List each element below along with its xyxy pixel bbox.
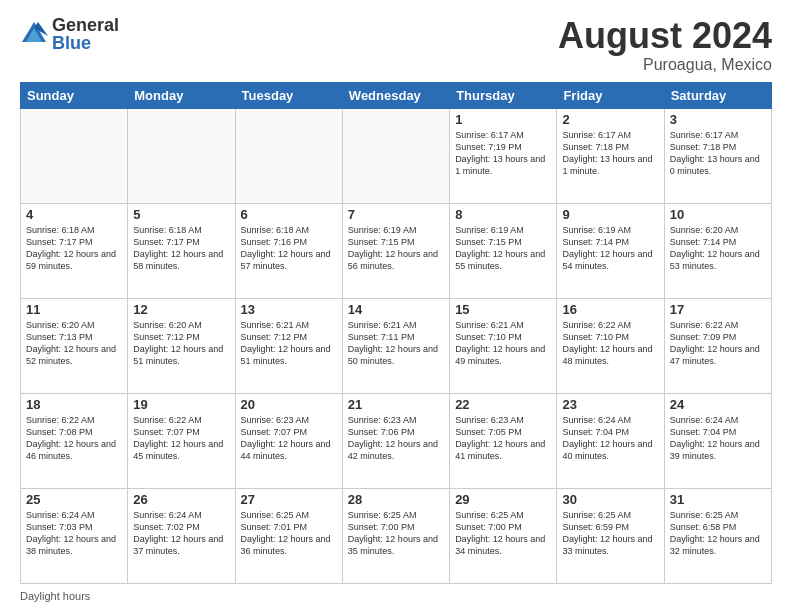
- calendar-cell-w3d5: 15Sunrise: 6:21 AMSunset: 7:10 PMDayligh…: [450, 298, 557, 393]
- day-info: Sunrise: 6:23 AMSunset: 7:05 PMDaylight:…: [455, 414, 551, 463]
- logo: General Blue: [20, 16, 119, 52]
- calendar-cell-w3d4: 14Sunrise: 6:21 AMSunset: 7:11 PMDayligh…: [342, 298, 449, 393]
- header-wednesday: Wednesday: [342, 82, 449, 108]
- calendar-cell-w2d7: 10Sunrise: 6:20 AMSunset: 7:14 PMDayligh…: [664, 203, 771, 298]
- calendar-cell-w4d5: 22Sunrise: 6:23 AMSunset: 7:05 PMDayligh…: [450, 393, 557, 488]
- day-info: Sunrise: 6:19 AMSunset: 7:15 PMDaylight:…: [455, 224, 551, 273]
- day-info: Sunrise: 6:25 AMSunset: 7:00 PMDaylight:…: [455, 509, 551, 558]
- title-block: August 2024 Puroagua, Mexico: [558, 16, 772, 74]
- day-number: 13: [241, 302, 337, 317]
- calendar-week-2: 4Sunrise: 6:18 AMSunset: 7:17 PMDaylight…: [21, 203, 772, 298]
- day-number: 31: [670, 492, 766, 507]
- day-info: Sunrise: 6:21 AMSunset: 7:11 PMDaylight:…: [348, 319, 444, 368]
- day-number: 17: [670, 302, 766, 317]
- day-number: 1: [455, 112, 551, 127]
- location-subtitle: Puroagua, Mexico: [558, 56, 772, 74]
- day-number: 2: [562, 112, 658, 127]
- day-number: 10: [670, 207, 766, 222]
- day-number: 30: [562, 492, 658, 507]
- day-info: Sunrise: 6:18 AMSunset: 7:17 PMDaylight:…: [26, 224, 122, 273]
- logo-general-text: General: [52, 16, 119, 34]
- calendar-cell-w5d6: 30Sunrise: 6:25 AMSunset: 6:59 PMDayligh…: [557, 488, 664, 583]
- footer-daylight: Daylight hours: [20, 590, 772, 602]
- calendar-cell-w2d2: 5Sunrise: 6:18 AMSunset: 7:17 PMDaylight…: [128, 203, 235, 298]
- day-number: 23: [562, 397, 658, 412]
- calendar-cell-w4d1: 18Sunrise: 6:22 AMSunset: 7:08 PMDayligh…: [21, 393, 128, 488]
- month-year-title: August 2024: [558, 16, 772, 56]
- logo-icon: [20, 20, 48, 48]
- calendar-week-5: 25Sunrise: 6:24 AMSunset: 7:03 PMDayligh…: [21, 488, 772, 583]
- day-info: Sunrise: 6:17 AMSunset: 7:18 PMDaylight:…: [670, 129, 766, 178]
- calendar-cell-w3d1: 11Sunrise: 6:20 AMSunset: 7:13 PMDayligh…: [21, 298, 128, 393]
- calendar-cell-w2d4: 7Sunrise: 6:19 AMSunset: 7:15 PMDaylight…: [342, 203, 449, 298]
- calendar-cell-w2d1: 4Sunrise: 6:18 AMSunset: 7:17 PMDaylight…: [21, 203, 128, 298]
- day-info: Sunrise: 6:25 AMSunset: 7:00 PMDaylight:…: [348, 509, 444, 558]
- day-number: 11: [26, 302, 122, 317]
- day-info: Sunrise: 6:19 AMSunset: 7:15 PMDaylight:…: [348, 224, 444, 273]
- day-info: Sunrise: 6:22 AMSunset: 7:09 PMDaylight:…: [670, 319, 766, 368]
- day-info: Sunrise: 6:17 AMSunset: 7:19 PMDaylight:…: [455, 129, 551, 178]
- calendar-cell-w1d1: [21, 108, 128, 203]
- header-tuesday: Tuesday: [235, 82, 342, 108]
- calendar-cell-w5d5: 29Sunrise: 6:25 AMSunset: 7:00 PMDayligh…: [450, 488, 557, 583]
- calendar-cell-w1d3: [235, 108, 342, 203]
- calendar-cell-w2d6: 9Sunrise: 6:19 AMSunset: 7:14 PMDaylight…: [557, 203, 664, 298]
- calendar-cell-w5d2: 26Sunrise: 6:24 AMSunset: 7:02 PMDayligh…: [128, 488, 235, 583]
- day-info: Sunrise: 6:22 AMSunset: 7:08 PMDaylight:…: [26, 414, 122, 463]
- calendar-cell-w1d6: 2Sunrise: 6:17 AMSunset: 7:18 PMDaylight…: [557, 108, 664, 203]
- day-info: Sunrise: 6:23 AMSunset: 7:06 PMDaylight:…: [348, 414, 444, 463]
- day-info: Sunrise: 6:20 AMSunset: 7:12 PMDaylight:…: [133, 319, 229, 368]
- calendar-cell-w4d6: 23Sunrise: 6:24 AMSunset: 7:04 PMDayligh…: [557, 393, 664, 488]
- day-info: Sunrise: 6:23 AMSunset: 7:07 PMDaylight:…: [241, 414, 337, 463]
- calendar-table: Sunday Monday Tuesday Wednesday Thursday…: [20, 82, 772, 584]
- header: General Blue August 2024 Puroagua, Mexic…: [20, 16, 772, 74]
- day-info: Sunrise: 6:25 AMSunset: 7:01 PMDaylight:…: [241, 509, 337, 558]
- day-number: 21: [348, 397, 444, 412]
- day-number: 18: [26, 397, 122, 412]
- day-info: Sunrise: 6:18 AMSunset: 7:17 PMDaylight:…: [133, 224, 229, 273]
- day-number: 3: [670, 112, 766, 127]
- day-info: Sunrise: 6:24 AMSunset: 7:02 PMDaylight:…: [133, 509, 229, 558]
- calendar-cell-w4d3: 20Sunrise: 6:23 AMSunset: 7:07 PMDayligh…: [235, 393, 342, 488]
- logo-text: General Blue: [52, 16, 119, 52]
- calendar-header-row: Sunday Monday Tuesday Wednesday Thursday…: [21, 82, 772, 108]
- day-info: Sunrise: 6:22 AMSunset: 7:10 PMDaylight:…: [562, 319, 658, 368]
- header-saturday: Saturday: [664, 82, 771, 108]
- calendar-cell-w3d2: 12Sunrise: 6:20 AMSunset: 7:12 PMDayligh…: [128, 298, 235, 393]
- header-thursday: Thursday: [450, 82, 557, 108]
- logo-blue-text: Blue: [52, 34, 119, 52]
- day-info: Sunrise: 6:21 AMSunset: 7:10 PMDaylight:…: [455, 319, 551, 368]
- day-number: 27: [241, 492, 337, 507]
- header-friday: Friday: [557, 82, 664, 108]
- day-info: Sunrise: 6:19 AMSunset: 7:14 PMDaylight:…: [562, 224, 658, 273]
- calendar-cell-w3d7: 17Sunrise: 6:22 AMSunset: 7:09 PMDayligh…: [664, 298, 771, 393]
- day-info: Sunrise: 6:20 AMSunset: 7:14 PMDaylight:…: [670, 224, 766, 273]
- calendar-cell-w1d4: [342, 108, 449, 203]
- day-number: 24: [670, 397, 766, 412]
- day-number: 14: [348, 302, 444, 317]
- calendar-cell-w2d5: 8Sunrise: 6:19 AMSunset: 7:15 PMDaylight…: [450, 203, 557, 298]
- calendar-week-4: 18Sunrise: 6:22 AMSunset: 7:08 PMDayligh…: [21, 393, 772, 488]
- calendar-week-1: 1Sunrise: 6:17 AMSunset: 7:19 PMDaylight…: [21, 108, 772, 203]
- day-info: Sunrise: 6:17 AMSunset: 7:18 PMDaylight:…: [562, 129, 658, 178]
- calendar-cell-w4d7: 24Sunrise: 6:24 AMSunset: 7:04 PMDayligh…: [664, 393, 771, 488]
- day-number: 9: [562, 207, 658, 222]
- calendar-cell-w5d4: 28Sunrise: 6:25 AMSunset: 7:00 PMDayligh…: [342, 488, 449, 583]
- day-number: 12: [133, 302, 229, 317]
- day-number: 22: [455, 397, 551, 412]
- day-info: Sunrise: 6:25 AMSunset: 6:58 PMDaylight:…: [670, 509, 766, 558]
- calendar-cell-w4d2: 19Sunrise: 6:22 AMSunset: 7:07 PMDayligh…: [128, 393, 235, 488]
- calendar-week-3: 11Sunrise: 6:20 AMSunset: 7:13 PMDayligh…: [21, 298, 772, 393]
- calendar-cell-w5d1: 25Sunrise: 6:24 AMSunset: 7:03 PMDayligh…: [21, 488, 128, 583]
- day-number: 16: [562, 302, 658, 317]
- day-number: 25: [26, 492, 122, 507]
- day-info: Sunrise: 6:21 AMSunset: 7:12 PMDaylight:…: [241, 319, 337, 368]
- day-number: 5: [133, 207, 229, 222]
- day-number: 28: [348, 492, 444, 507]
- day-info: Sunrise: 6:24 AMSunset: 7:03 PMDaylight:…: [26, 509, 122, 558]
- calendar-cell-w1d2: [128, 108, 235, 203]
- header-sunday: Sunday: [21, 82, 128, 108]
- calendar-cell-w5d3: 27Sunrise: 6:25 AMSunset: 7:01 PMDayligh…: [235, 488, 342, 583]
- day-info: Sunrise: 6:22 AMSunset: 7:07 PMDaylight:…: [133, 414, 229, 463]
- calendar-cell-w4d4: 21Sunrise: 6:23 AMSunset: 7:06 PMDayligh…: [342, 393, 449, 488]
